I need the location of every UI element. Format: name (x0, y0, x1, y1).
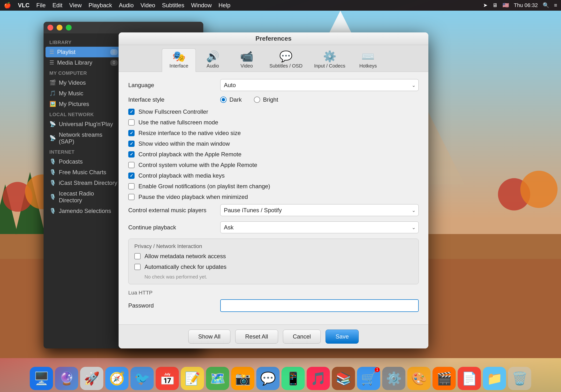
sidebar-item-playlist[interactable]: ☰ Playlist 0 (45, 47, 121, 57)
reset-all-button[interactable]: Reset All (235, 329, 278, 344)
dock-item-siri[interactable]: 🔮 (55, 367, 78, 390)
apple-menu[interactable]: 🍎 (4, 2, 11, 9)
privacy-section: Privacy / Network Interaction Allow meta… (128, 239, 419, 284)
checkbox-0[interactable] (128, 109, 135, 115)
radio-dark[interactable]: Dark (220, 96, 242, 103)
dock-item-pixelmator[interactable]: 🎨 (407, 367, 431, 390)
checkbox-3[interactable] (128, 141, 135, 147)
sidebar-item-my-videos[interactable]: 🎬 My Videos (43, 77, 123, 88)
menu-view[interactable]: View (69, 2, 82, 9)
language-select-wrapper: Auto ⌄ (220, 79, 419, 91)
playlist-badge: 0 (110, 49, 118, 55)
internet-section-label: INTERNET (43, 147, 123, 156)
sidebar-item-upnp[interactable]: 📡 Universal Plug'n'Play (43, 119, 123, 129)
menu-file[interactable]: File (36, 2, 46, 9)
dock-item-files[interactable]: 📁 (483, 367, 506, 390)
checkbox-8[interactable] (128, 194, 135, 200)
pref-buttons: Show All Reset All Cancel Save (119, 325, 428, 349)
launchpad-icon: 🚀 (84, 371, 100, 386)
menu-subtitles[interactable]: Subtitles (162, 2, 184, 9)
dock-item-vlc[interactable]: 🎬 (432, 367, 456, 390)
dock-item-acrobat[interactable]: 📄 (458, 367, 481, 390)
dock-item-launchpad[interactable]: 🚀 (80, 367, 103, 390)
password-input[interactable] (220, 299, 419, 312)
dock-item-finder[interactable]: 🖥️ (30, 367, 53, 390)
show-all-button[interactable]: Show All (188, 329, 230, 344)
network-streams-icon: 📡 (49, 135, 56, 141)
sidebar-item-my-pictures[interactable]: 🖼️ My Pictures (43, 99, 123, 109)
dock-item-calendar[interactable]: 📅 (156, 367, 179, 390)
sidebar-item-icast[interactable]: 🎙️ iCast Stream Directory (43, 178, 123, 188)
notes-icon: 📝 (185, 371, 200, 386)
audio-tab-icon: 🔊 (206, 51, 219, 62)
dock-item-appstore[interactable]: 🛒1 (357, 367, 380, 390)
sidebar-item-media-library[interactable]: ☰ Media Library 0 (43, 57, 123, 68)
menu-vlc[interactable]: VLC (18, 2, 30, 9)
menu-help[interactable]: Help (218, 2, 230, 9)
menubar-search-icon[interactable]: 🔍 (543, 2, 549, 9)
menu-audio[interactable]: Audio (119, 2, 134, 9)
radio-dark-circle[interactable] (220, 96, 227, 103)
dock-item-trash[interactable]: 🗑️ (508, 367, 531, 390)
checkbox-label-2: Resize interface to the native video siz… (139, 130, 241, 137)
dock-item-music[interactable]: 🎵 (307, 367, 330, 390)
sidebar-item-jamendo[interactable]: 🎙️ Jamendo Selections (43, 206, 123, 216)
dock-item-maps[interactable]: 🗺️ (206, 367, 229, 390)
dock-item-photos[interactable]: 📸 (231, 367, 254, 390)
radio-bright-circle[interactable] (254, 96, 260, 103)
language-row: Language Auto ⌄ (128, 79, 419, 91)
dock-item-notes[interactable]: 📝 (181, 367, 204, 390)
menu-video[interactable]: Video (140, 2, 155, 9)
sidebar-item-free-music-charts[interactable]: 🎙️ Free Music Charts (43, 167, 123, 178)
checkbox-row-7: Enable Growl notifications (on playlist … (128, 183, 419, 190)
close-button[interactable] (47, 25, 53, 31)
dock-item-messages[interactable]: 💬 (256, 367, 280, 390)
system-prefs-icon: ⚙️ (386, 371, 402, 386)
dock-item-facetime[interactable]: 📱 (281, 367, 305, 390)
my-music-icon: 🎵 (49, 90, 56, 96)
privacy-checkbox-1[interactable] (134, 264, 140, 270)
radio-bright[interactable]: Bright (254, 96, 278, 103)
checkbox-2[interactable] (128, 130, 135, 136)
menu-edit[interactable]: Edit (53, 2, 63, 9)
tab-video[interactable]: 📹 Video (230, 49, 264, 72)
cancel-button[interactable]: Cancel (283, 329, 321, 344)
tab-hotkeys[interactable]: ⌨️ Hotkeys (351, 49, 385, 72)
save-button[interactable]: Save (325, 329, 359, 344)
acrobat-icon: 📄 (462, 371, 477, 386)
preferences-dialog: Preferences 🎭 Interface 🔊 Audio 📹 Video … (119, 32, 428, 349)
dock-item-mail[interactable]: 🐦 (130, 367, 154, 390)
checkbox-1[interactable] (128, 119, 135, 126)
mail-icon: 🐦 (134, 371, 150, 386)
dock-item-system-prefs[interactable]: ⚙️ (382, 367, 405, 390)
continue-playback-select[interactable]: Ask (220, 222, 419, 233)
desktop: 🍎 VLC File Edit View Playback Audio Vide… (0, 0, 561, 392)
sidebar-item-my-music[interactable]: 🎵 My Music (43, 88, 123, 99)
sidebar-item-icecast[interactable]: 🎙️ Icecast Radio Directory (43, 188, 123, 206)
tab-input-codecs[interactable]: ⚙️ Input / Codecs (308, 49, 351, 72)
dock-item-books[interactable]: 📚 (332, 367, 355, 390)
menu-playback[interactable]: Playback (89, 2, 112, 9)
control-external-select[interactable]: Pause iTunes / Spotify (220, 204, 419, 216)
continue-playback-select-wrapper: Ask ⌄ (220, 222, 419, 233)
tab-interface[interactable]: 🎭 Interface (162, 48, 196, 72)
checkbox-row-0: Show Fullscreen Controller (128, 108, 419, 115)
dock-item-safari[interactable]: 🧭 (105, 367, 129, 390)
language-select[interactable]: Auto (220, 79, 419, 91)
video-tab-label: Video (241, 63, 253, 69)
menubar-menu-icon[interactable]: ≡ (554, 2, 557, 9)
menubar-icon-flag: 🇺🇸 (502, 2, 509, 9)
sidebar-item-network-streams[interactable]: 📡 Network streams (SAP) (43, 129, 123, 147)
checkbox-7[interactable] (128, 183, 135, 190)
tab-subtitles[interactable]: 💬 Subtitles / OSD (264, 49, 308, 72)
maximize-button[interactable] (66, 25, 72, 31)
privacy-checkbox-0[interactable] (134, 253, 140, 259)
minimize-button[interactable] (57, 25, 63, 31)
hotkeys-tab-icon: ⌨️ (361, 51, 375, 62)
sidebar-item-podcasts[interactable]: 🎙️ Podcasts (43, 156, 123, 167)
checkbox-6[interactable] (128, 172, 135, 179)
checkbox-4[interactable] (128, 151, 135, 158)
menu-window[interactable]: Window (191, 2, 212, 9)
tab-audio[interactable]: 🔊 Audio (196, 49, 230, 72)
checkbox-5[interactable] (128, 162, 135, 168)
